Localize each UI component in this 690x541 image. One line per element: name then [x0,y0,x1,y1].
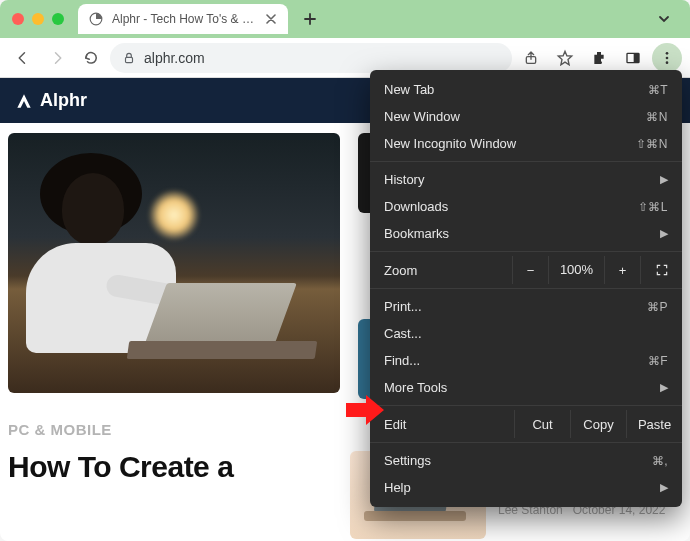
edit-cut-button[interactable]: Cut [514,410,570,438]
menu-print[interactable]: Print... ⌘P [370,293,682,320]
traffic-lights [12,13,64,25]
forward-button[interactable] [42,43,72,73]
menu-downloads[interactable]: Downloads ⇧⌘L [370,193,682,220]
share-button[interactable] [516,43,546,73]
lock-icon [122,51,136,65]
tab-favicon-icon [88,11,104,27]
submenu-arrow-icon: ▶ [660,173,668,186]
menu-history[interactable]: History ▶ [370,166,682,193]
menu-new-tab[interactable]: New Tab ⌘T [370,76,682,103]
site-brand-text: Alphr [40,90,87,111]
fullscreen-button[interactable] [640,256,682,284]
tab-search-button[interactable] [652,7,678,31]
menu-cast[interactable]: Cast... [370,320,682,347]
reload-button[interactable] [76,43,106,73]
menu-new-window[interactable]: New Window ⌘N [370,103,682,130]
menu-incognito[interactable]: New Incognito Window ⇧⌘N [370,130,682,157]
submenu-arrow-icon: ▶ [660,381,668,394]
article-hero-image[interactable] [8,133,340,393]
main-column: PC & MOBILE How To Create a [8,133,340,485]
extensions-button[interactable] [584,43,614,73]
macos-titlebar: Alphr - Tech How To's & Guide [0,0,690,38]
toolbar-right [516,43,682,73]
edit-paste-button[interactable]: Paste [626,410,682,438]
bookmark-button[interactable] [550,43,580,73]
tab-title: Alphr - Tech How To's & Guide [112,12,256,26]
menu-more-tools[interactable]: More Tools ▶ [370,374,682,401]
tab-close-button[interactable] [264,12,278,26]
chrome-menu-button[interactable] [652,43,682,73]
chrome-menu: New Tab ⌘T New Window ⌘N New Incognito W… [370,70,682,507]
window-minimize-button[interactable] [32,13,44,25]
annotation-arrow-icon [346,395,384,425]
zoom-value: 100% [548,256,604,284]
tabstrip: Alphr - Tech How To's & Guide [78,4,652,34]
site-logo[interactable]: Alphr [14,90,87,111]
article-headline[interactable]: How To Create a [8,450,340,485]
svg-point-5 [666,52,669,55]
svg-rect-4 [634,53,639,62]
window-fullscreen-button[interactable] [52,13,64,25]
window-close-button[interactable] [12,13,24,25]
menu-edit: Edit Cut Copy Paste [370,410,682,438]
menu-zoom: Zoom − 100% + [370,256,682,284]
submenu-arrow-icon: ▶ [660,227,668,240]
svg-rect-1 [126,57,133,62]
article-category[interactable]: PC & MOBILE [8,421,340,438]
url-text: alphr.com [144,50,205,66]
menu-bookmarks[interactable]: Bookmarks ▶ [370,220,682,247]
svg-point-7 [666,61,669,64]
menu-settings[interactable]: Settings ⌘, [370,447,682,474]
back-button[interactable] [8,43,38,73]
submenu-arrow-icon: ▶ [660,481,668,494]
svg-point-6 [666,56,669,59]
edit-copy-button[interactable]: Copy [570,410,626,438]
zoom-in-button[interactable]: + [604,256,640,284]
address-bar[interactable]: alphr.com [110,43,512,73]
menu-help[interactable]: Help ▶ [370,474,682,501]
menu-find[interactable]: Find... ⌘F [370,347,682,374]
new-tab-button[interactable] [296,5,324,33]
alphr-logo-icon [14,91,34,111]
side-panel-button[interactable] [618,43,648,73]
zoom-out-button[interactable]: − [512,256,548,284]
tab-active[interactable]: Alphr - Tech How To's & Guide [78,4,288,34]
